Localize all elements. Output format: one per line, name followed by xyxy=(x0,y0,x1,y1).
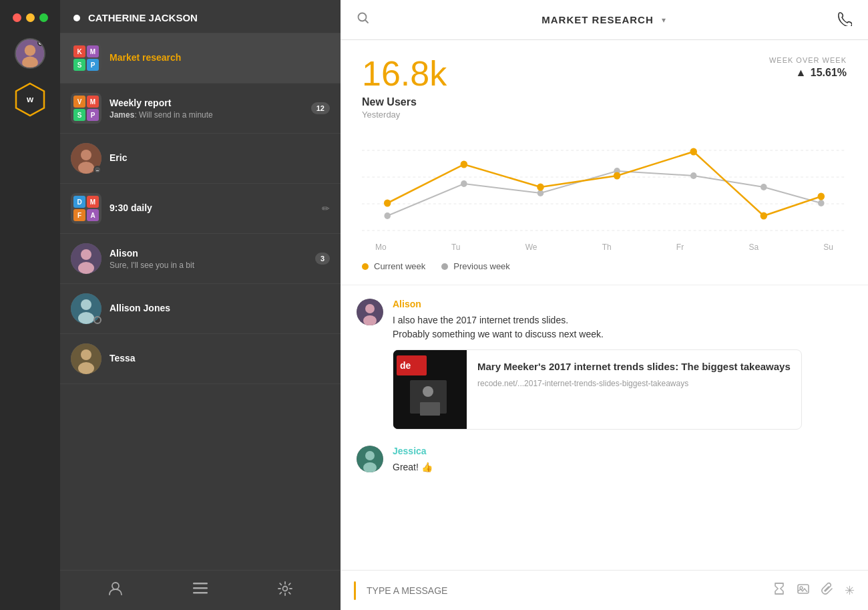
group-avatar: V M S P xyxy=(71,93,101,124)
message-jessica: Jessica Great! 👍 xyxy=(357,446,852,474)
online-status xyxy=(73,15,80,21)
phone-icon[interactable] xyxy=(837,11,852,29)
svg-rect-18 xyxy=(193,583,208,585)
unread-badge: 3 xyxy=(315,253,330,265)
asterisk-icon[interactable]: ✳ xyxy=(845,583,855,598)
avatar xyxy=(71,343,101,374)
sidebar-item-weekly-report[interactable]: V M S P Weekly report James: Will send i… xyxy=(60,84,341,134)
workspace-icon[interactable]: w xyxy=(15,82,45,117)
svg-point-38 xyxy=(614,172,621,180)
svg-point-35 xyxy=(384,200,391,207)
input-accent xyxy=(354,581,356,600)
message-sender: Jessica xyxy=(393,446,433,456)
metric-label: New Users xyxy=(362,96,447,108)
maximize-button[interactable] xyxy=(39,13,48,22)
metric-sub: Yesterday xyxy=(362,110,447,120)
sidebar-item-tessa[interactable]: Tessa xyxy=(60,334,341,384)
svg-point-17 xyxy=(112,583,119,589)
svg-point-22 xyxy=(282,587,287,591)
sidebar-item-eric[interactable]: – Eric xyxy=(60,134,341,184)
minimize-button[interactable] xyxy=(26,13,35,22)
close-button[interactable] xyxy=(13,13,21,22)
image-icon[interactable] xyxy=(797,582,810,599)
item-preview: James: Will send in a minute xyxy=(110,110,311,120)
sidebar-footer xyxy=(60,570,341,610)
attachment-icon[interactable] xyxy=(821,582,834,599)
search-icon[interactable] xyxy=(357,11,370,28)
sidebar-item-market-research[interactable]: K M S P Market research xyxy=(60,33,341,84)
input-bar: ✳ xyxy=(341,570,868,610)
chevron-down-icon: ▾ xyxy=(662,15,666,25)
person-icon[interactable] xyxy=(108,581,123,599)
chart-section: 16.8k New Users Yesterday WEEK OVER WEEK… xyxy=(341,40,868,285)
wow-label: WEEK OVER WEEK xyxy=(769,56,847,64)
svg-point-28 xyxy=(384,212,391,219)
unread-badge: 12 xyxy=(311,102,330,114)
svg-rect-19 xyxy=(193,587,208,589)
edit-icon: ✏ xyxy=(322,203,330,214)
svg-point-33 xyxy=(761,184,767,190)
menu-icon[interactable] xyxy=(193,583,208,598)
svg-point-10 xyxy=(78,262,94,274)
svg-point-39 xyxy=(690,148,697,156)
previous-week-label: Previous week xyxy=(453,261,510,271)
link-card[interactable]: de Mary Meeker's 2017 internet trends sl… xyxy=(393,349,802,430)
svg-point-52 xyxy=(365,451,375,460)
main-panel: MARKET RESEARCH ▾ 16.8k New Users Yester… xyxy=(341,0,868,610)
message-input[interactable] xyxy=(367,585,762,596)
avatar xyxy=(357,446,383,472)
sidebar-item-alison[interactable]: Alison Sure, I'll see you in a bit 3 xyxy=(60,234,341,284)
avatar xyxy=(357,299,383,325)
link-card-title: Mary Meeker's 2017 internet trends slide… xyxy=(477,359,791,373)
svg-point-29 xyxy=(461,180,467,187)
avatar: – xyxy=(71,143,101,174)
icon-bar: w xyxy=(0,0,60,610)
line-chart xyxy=(362,130,847,237)
channel-title: MARKET RESEARCH xyxy=(541,14,654,25)
svg-point-7 xyxy=(78,162,94,174)
sidebar-item-930-daily[interactable]: D M F A 9:30 daily ✏ xyxy=(60,184,341,234)
svg-point-57 xyxy=(800,587,803,589)
svg-point-16 xyxy=(78,362,94,374)
svg-point-41 xyxy=(818,193,825,200)
item-name: 9:30 daily xyxy=(110,202,322,213)
svg-point-12 xyxy=(81,299,91,310)
svg-point-15 xyxy=(81,349,91,360)
hourglass-icon[interactable] xyxy=(773,582,786,599)
svg-point-9 xyxy=(81,249,91,260)
svg-rect-50 xyxy=(420,402,440,416)
item-preview: Sure, I'll see you in a bit xyxy=(110,261,315,270)
chat-area: 16.8k New Users Yesterday WEEK OVER WEEK… xyxy=(341,40,868,570)
chart-day-labels: Mo Tu We Th Fr Sa Su xyxy=(362,243,847,252)
item-name: Weekly report xyxy=(110,98,311,108)
sidebar-list: K M S P Market research V M S P Weekly r… xyxy=(60,33,341,570)
svg-point-32 xyxy=(690,172,697,179)
message-alison: Alison I also have the 2017 internet tre… xyxy=(357,299,852,430)
settings-icon[interactable] xyxy=(278,581,292,599)
main-header: MARKET RESEARCH ▾ xyxy=(341,0,868,40)
messages-section: Alison I also have the 2017 internet tre… xyxy=(341,285,868,504)
svg-point-13 xyxy=(78,312,94,324)
svg-point-36 xyxy=(461,161,468,168)
item-name: Eric xyxy=(110,152,330,163)
sidebar-header-title: CATHERINE JACKSON xyxy=(88,12,198,23)
item-name: Tessa xyxy=(110,353,330,363)
link-card-image: de xyxy=(393,350,467,429)
sidebar-header: CATHERINE JACKSON xyxy=(60,0,341,33)
svg-point-1 xyxy=(25,45,35,55)
svg-point-34 xyxy=(818,200,825,206)
svg-point-49 xyxy=(423,386,433,397)
svg-point-40 xyxy=(761,212,768,220)
message-text: Great! 👍 xyxy=(393,460,433,474)
svg-rect-20 xyxy=(193,592,208,594)
avatar[interactable] xyxy=(15,38,45,69)
avatar xyxy=(71,243,101,274)
group-avatar: K M S P xyxy=(71,43,101,73)
previous-week-dot xyxy=(441,263,448,270)
item-name: Market research xyxy=(110,52,330,63)
channel-title-group[interactable]: MARKET RESEARCH ▾ xyxy=(541,14,666,25)
svg-point-6 xyxy=(81,150,91,160)
svg-text:w: w xyxy=(26,94,34,104)
chart-legend: Current week Previous week xyxy=(362,261,847,271)
sidebar-item-allison-jones[interactable]: Allison Jones xyxy=(60,284,341,334)
